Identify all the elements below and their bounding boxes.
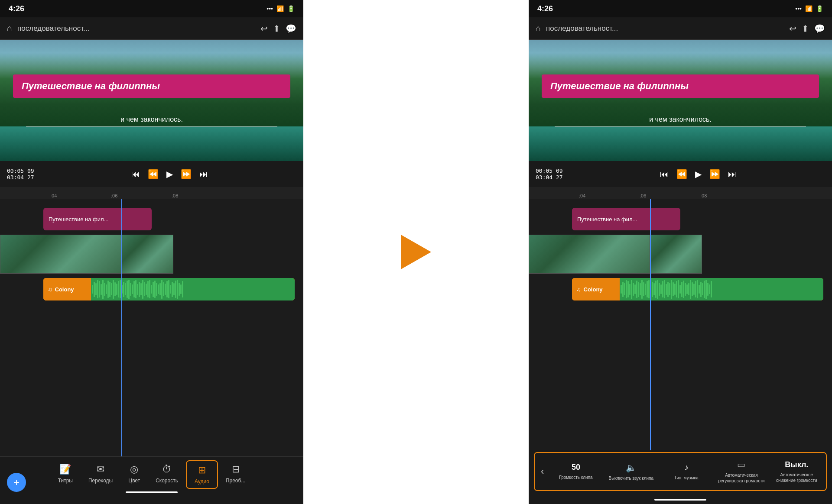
- transitions-label: Переходы: [88, 478, 113, 484]
- waveform-bar: [660, 284, 662, 294]
- right-video-clip-1[interactable]: [529, 235, 650, 274]
- chat-icon[interactable]: 💬: [286, 23, 296, 34]
- waveform-bar: [622, 282, 624, 297]
- volume-control[interactable]: 50 Громкость клипа: [548, 460, 603, 483]
- waveform-bar: [673, 282, 674, 296]
- waveform-bar: [168, 280, 169, 298]
- toolbar-item-color[interactable]: ◎ Цвет: [120, 460, 148, 487]
- waveform-bar: [166, 281, 168, 297]
- type-icon: ♪: [684, 462, 689, 472]
- toolbar-item-more[interactable]: ⊟ Преоб...: [218, 460, 254, 487]
- step-forward-button[interactable]: ⏩: [181, 169, 192, 179]
- left-audio-track: ♫ Colony: [0, 278, 303, 300]
- toolbar-item-audio[interactable]: ⊞ Аудио: [186, 460, 218, 489]
- right-status-icons: ••• 📶 🔋: [795, 5, 823, 12]
- right-ruler-mark-04: :04: [579, 193, 585, 198]
- right-signal-icon: 📶: [805, 5, 812, 12]
- right-video-clip-2[interactable]: [650, 235, 702, 274]
- waveform-bar: [153, 282, 154, 297]
- waveform-bar: [113, 280, 114, 299]
- waveform-bar: [92, 285, 93, 294]
- right-battery-icon: 🔋: [816, 5, 823, 12]
- undo-icon[interactable]: ↩: [260, 23, 268, 34]
- color-label: Цвет: [128, 478, 140, 484]
- toolbar-item-speed[interactable]: ⏱ Скорость: [148, 460, 186, 487]
- waveform-bar: [125, 283, 126, 295]
- mute-control[interactable]: 🔈 Выключить звук клипа: [604, 460, 659, 484]
- left-audio-clip[interactable]: ♫ Colony: [43, 278, 295, 300]
- right-wifi-icon: •••: [795, 5, 802, 12]
- right-current-time: 00:05 09: [536, 168, 563, 174]
- waveform-bar: [664, 280, 665, 298]
- share-icon[interactable]: ⬆: [273, 23, 280, 34]
- auto-volume-control[interactable]: ▭ Автоматическая регулировка громкости: [714, 457, 769, 486]
- play-button[interactable]: ▶: [166, 169, 173, 179]
- waveform-bar: [173, 283, 175, 295]
- right-playback-controls: ⏮ ⏪ ▶ ⏩ ⏭: [572, 169, 825, 179]
- toolbar-item-transitions[interactable]: ✉ Переходы: [81, 460, 120, 487]
- left-video-thumb-2: [122, 235, 173, 273]
- type-control[interactable]: ♪ Тип: музыка: [659, 460, 714, 483]
- audio-label: Аудио: [195, 478, 209, 485]
- left-total-time: 03:04 27: [7, 174, 34, 181]
- right-step-back-button[interactable]: ⏪: [676, 169, 687, 179]
- audio-controls-back-button[interactable]: ‹: [536, 466, 548, 477]
- step-back-button[interactable]: ⏪: [148, 169, 159, 179]
- waveform-bar: [163, 282, 164, 296]
- left-title-banner: Путешествие на филиппны: [13, 74, 290, 98]
- right-audio-clip[interactable]: ♫ Colony: [572, 278, 823, 300]
- right-ruler-mark-08: :08: [700, 193, 707, 198]
- waveform-bar: [140, 283, 142, 295]
- waveform-bar: [697, 280, 698, 298]
- right-step-forward-button[interactable]: ⏩: [709, 169, 720, 179]
- waveform-bar: [631, 280, 632, 299]
- waveform-bar: [711, 281, 712, 297]
- left-video-clip-1[interactable]: [0, 235, 121, 274]
- right-skip-start-button[interactable]: ⏮: [660, 169, 669, 179]
- skip-end-button[interactable]: ⏭: [199, 169, 208, 179]
- skip-start-button[interactable]: ⏮: [131, 169, 140, 179]
- waveform-bar: [693, 284, 695, 295]
- right-share-icon[interactable]: ⬆: [802, 23, 809, 34]
- right-audio-track: ♫ Colony: [529, 278, 832, 300]
- auto-volume-label: Автоматическая регулировка громкости: [715, 472, 768, 484]
- waveform-bar: [678, 280, 679, 298]
- waveform-bar: [139, 282, 140, 297]
- ruler-mark-04: :04: [50, 193, 57, 198]
- toolbar-item-titles[interactable]: 📝 Титры: [50, 460, 81, 487]
- waveform-bar: [652, 282, 653, 297]
- right-bottom-bar: [529, 493, 832, 504]
- reduce-control[interactable]: Выкл. Автоматическое снижение громкости: [769, 458, 824, 486]
- type-label: Тип: музыка: [674, 475, 699, 481]
- waveform-bar: [109, 282, 110, 297]
- waveform-bar: [655, 281, 656, 298]
- right-timeline-tracks: Путешествие на фил... ♫ Colony: [529, 199, 832, 450]
- waveform-bar: [182, 281, 183, 297]
- right-total-time: 03:04 27: [536, 174, 563, 181]
- left-title-clip[interactable]: Путешествие на фил...: [43, 208, 152, 230]
- left-video-clip-2[interactable]: [121, 235, 173, 274]
- right-play-button[interactable]: ▶: [695, 169, 702, 179]
- right-preview: Путешествие на филиппны и чем закончилос…: [529, 40, 832, 161]
- panel-divider: [303, 0, 529, 504]
- left-subtitle-line: [26, 126, 277, 127]
- right-skip-end-button[interactable]: ⏭: [728, 169, 737, 179]
- right-preview-water: [529, 126, 832, 161]
- right-undo-icon[interactable]: ↩: [789, 23, 796, 34]
- right-video-thumb-2: [650, 235, 702, 273]
- right-title-clip[interactable]: Путешествие на фил...: [572, 208, 680, 230]
- right-audio-clip-name: Colony: [584, 286, 603, 293]
- titles-label: Титры: [58, 478, 73, 484]
- left-timecode-bar: 00:05 09 03:04 27 ⏮ ⏪ ▶ ⏩ ⏭: [0, 161, 303, 187]
- right-toolbar-indicator: [654, 499, 706, 501]
- volume-label: Громкость клипа: [559, 475, 592, 480]
- add-button[interactable]: +: [7, 473, 26, 492]
- waveform-bar: [175, 281, 176, 298]
- home-icon[interactable]: ⌂: [7, 23, 12, 33]
- right-home-icon[interactable]: ⌂: [536, 23, 541, 33]
- waveform-bar: [94, 282, 95, 297]
- battery-icon: 🔋: [287, 5, 295, 12]
- music-note-icon: ♫: [48, 286, 52, 293]
- waveform-bar: [674, 284, 676, 295]
- right-chat-icon[interactable]: 💬: [814, 23, 825, 34]
